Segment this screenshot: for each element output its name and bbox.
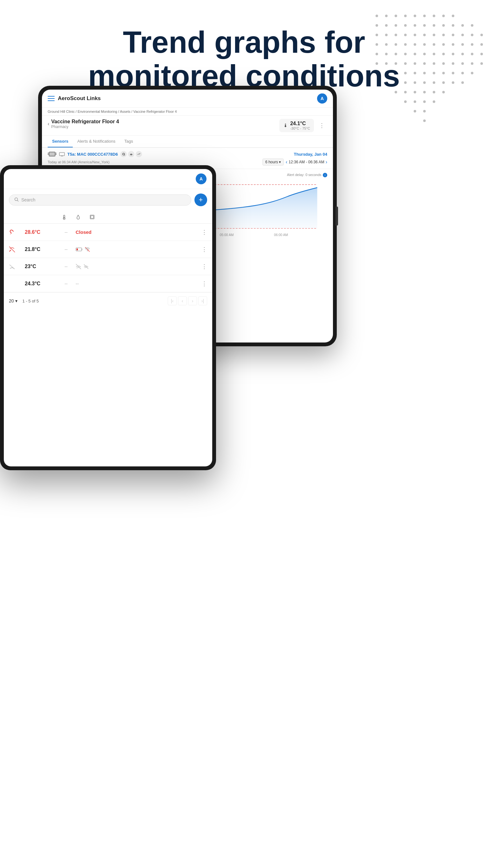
svg-line-126 xyxy=(9,247,15,252)
sensor-action-1-icon[interactable] xyxy=(120,151,127,157)
next-page-btn[interactable]: › xyxy=(188,297,197,305)
sensor-id: T5a: MAC 000CCC4778D6 xyxy=(67,152,118,157)
svg-point-98 xyxy=(414,110,416,113)
page-size-select[interactable]: 20 ▾ xyxy=(9,298,18,303)
pagination-row: 20 ▾ 1 - 5 of 5 |‹ ‹ › ›| xyxy=(4,292,212,309)
time-prev-btn[interactable]: ‹ xyxy=(285,159,287,165)
svg-rect-108 xyxy=(61,156,63,156)
no-signal-gray-icon xyxy=(75,264,81,270)
svg-rect-107 xyxy=(59,153,64,156)
tab-alerts[interactable]: Alerts & Notifications xyxy=(73,136,120,148)
row1-status: Closed xyxy=(75,229,92,235)
tabs-row: Sensors Alerts & Notifications Tags xyxy=(42,136,333,148)
table-row: 21.8°C -- xyxy=(4,241,212,258)
svg-rect-129 xyxy=(77,248,78,250)
svg-point-7 xyxy=(442,14,445,17)
svg-point-1 xyxy=(385,14,388,17)
page-nav: |‹ ‹ › ›| xyxy=(168,297,207,305)
row2-temp: 21.8°C xyxy=(25,247,57,252)
search-box[interactable]: Search xyxy=(9,194,191,206)
more-options-icon[interactable]: ⋮ xyxy=(316,121,327,130)
svg-point-111 xyxy=(131,155,131,155)
back-arrow-icon[interactable]: ‹ xyxy=(48,121,49,127)
temp-current: 24.1°C xyxy=(290,121,310,126)
svg-text:06:00 AM: 06:00 AM xyxy=(274,233,288,237)
svg-rect-105 xyxy=(55,153,57,153)
svg-point-3 xyxy=(404,14,407,17)
search-container: Search + xyxy=(4,189,212,211)
front-tablet-screen: A Search + xyxy=(4,169,212,466)
svg-point-8 xyxy=(452,14,454,17)
sensor-action-3-icon[interactable] xyxy=(136,151,142,157)
svg-rect-106 xyxy=(55,154,57,155)
row2-more-icon[interactable]: ⋮ xyxy=(202,246,207,253)
temp-badge: 🌡 24.1°C -30°C - 75°C xyxy=(279,119,314,132)
col-humidity-icon xyxy=(74,213,83,221)
page-info: 1 - 5 of 5 xyxy=(23,299,163,303)
search-placeholder: Search xyxy=(21,197,35,203)
tablet-side-button xyxy=(336,207,338,225)
front-user-avatar[interactable]: A xyxy=(196,174,207,184)
svg-text:05:00 AM: 05:00 AM xyxy=(219,233,234,237)
svg-point-99 xyxy=(423,110,426,113)
row4-humidity: -- xyxy=(57,281,75,286)
row1-humidity: -- xyxy=(57,230,75,235)
broken-link-icon xyxy=(9,229,15,236)
col-door-icon xyxy=(88,213,97,221)
row3-temp: 23°C xyxy=(25,264,57,270)
prev-page-btn[interactable]: ‹ xyxy=(178,297,187,305)
last-page-btn[interactable]: ›| xyxy=(198,297,207,305)
svg-point-4 xyxy=(414,14,416,17)
svg-point-96 xyxy=(423,100,426,103)
row1-more-icon[interactable]: ⋮ xyxy=(202,229,207,236)
svg-point-100 xyxy=(423,120,426,122)
row4-more-icon[interactable]: ⋮ xyxy=(202,280,207,287)
table-row: 28.6°C -- Closed ⋮ xyxy=(4,224,212,241)
table-row: 23°C -- ⋮ xyxy=(4,258,212,275)
svg-line-120 xyxy=(18,200,19,202)
col-thermometer-icon xyxy=(60,213,69,221)
sensor-date: Thursday, Jan 04 xyxy=(294,152,327,157)
svg-point-2 xyxy=(395,14,397,17)
sensor-chip-icon xyxy=(48,151,57,157)
svg-rect-128 xyxy=(82,248,82,250)
svg-point-95 xyxy=(414,100,416,103)
no-signal-gray2-icon xyxy=(83,264,89,270)
front-header: A xyxy=(4,169,212,189)
tab-sensors[interactable]: Sensors xyxy=(48,136,73,148)
page-size-dropdown-icon: ▾ xyxy=(15,298,18,303)
tab-tags[interactable]: Tags xyxy=(120,136,137,148)
user-avatar[interactable]: A xyxy=(317,93,327,103)
asset-name: Vaccine Refrigerator Floor 4 xyxy=(51,119,119,125)
svg-point-6 xyxy=(433,14,435,17)
thermometer-icon: 🌡 xyxy=(283,123,288,128)
row4-temp: 24.3°C xyxy=(25,281,57,286)
row1-temp: 28.6°C xyxy=(25,229,57,235)
asset-header: ‹ Vaccine Refrigerator Floor 4 Pharmacy … xyxy=(42,116,333,136)
sensor-action-2-icon[interactable] xyxy=(128,151,134,157)
svg-rect-103 xyxy=(48,153,49,153)
no-wifi-icon xyxy=(85,247,90,252)
row4-status: -- xyxy=(75,281,79,286)
add-button[interactable]: + xyxy=(194,193,207,206)
svg-point-131 xyxy=(87,250,88,251)
svg-rect-124 xyxy=(91,216,93,218)
hamburger-icon[interactable] xyxy=(48,96,55,101)
svg-point-122 xyxy=(63,218,65,220)
search-icon xyxy=(14,197,19,203)
svg-line-125 xyxy=(10,233,11,234)
row3-humidity: -- xyxy=(57,264,75,269)
app-header: AeroScout Links A xyxy=(42,90,333,108)
breadcrumb: Ground Hill Clinic / Environmental Monit… xyxy=(42,108,333,116)
svg-point-0 xyxy=(375,14,378,17)
row2-humidity: -- xyxy=(57,247,75,252)
temp-range: -30°C - 75°C xyxy=(290,126,310,130)
app-name: AeroScout Links xyxy=(58,95,101,102)
hours-select[interactable]: 6 hours ▾ xyxy=(263,159,284,165)
table-row: 24.3°C -- -- ⋮ xyxy=(4,275,212,292)
info-icon[interactable]: i xyxy=(323,173,327,177)
column-headers xyxy=(4,211,212,224)
time-next-btn[interactable]: › xyxy=(326,159,327,165)
first-page-btn[interactable]: |‹ xyxy=(168,297,177,305)
row3-more-icon[interactable]: ⋮ xyxy=(202,263,207,270)
